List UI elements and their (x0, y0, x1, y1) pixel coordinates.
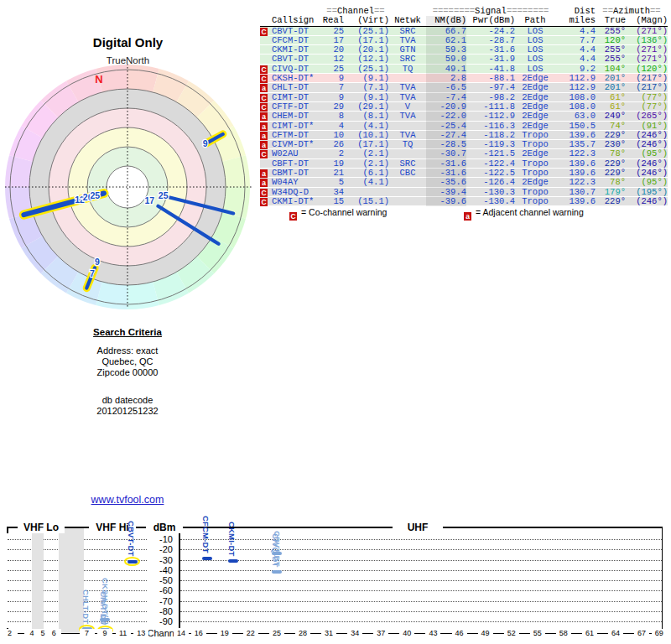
tvfool-report: Digital Only TrueNorth N1220252517997 ==… (0, 0, 671, 644)
channel-tick-label: 52 (504, 629, 519, 637)
spectrum-chart: VHF LoVHF HiUHFdBmChannel-10-20-30-40-50… (0, 0, 671, 644)
gridline (180, 580, 662, 581)
signal-dash (127, 560, 138, 564)
channel-tick-label: 69 (652, 629, 667, 637)
y-tick-label: -10 (148, 534, 173, 544)
gridline (180, 621, 662, 622)
signal-dash (202, 557, 212, 560)
y-tick-label: -50 (148, 575, 173, 585)
gridline (180, 560, 662, 561)
frequency-gap-band (32, 528, 44, 633)
channel-tick-label: 16 (191, 629, 206, 637)
gridline (180, 601, 662, 602)
signal-dash (228, 559, 238, 563)
y-tick-label: -80 (148, 606, 173, 616)
channel-tick-label: 34 (347, 629, 362, 637)
channel-tick-label: 40 (399, 629, 414, 637)
gridline (180, 549, 662, 550)
channel-tick-label: 2 (3, 629, 18, 637)
dbm-axis-label: dBm (146, 522, 183, 533)
channel-tick-label: 11 (116, 629, 131, 637)
channel-tick-label: 22 (243, 629, 258, 637)
channel-tick-label: 67 (634, 629, 649, 637)
channel-tick-label: 55 (530, 629, 545, 637)
y-tick-label: -90 (148, 616, 173, 626)
channel-tick-label: 19 (217, 629, 232, 637)
channel-tick-label: 9 (97, 629, 112, 637)
signal-dash (272, 570, 282, 574)
channel-tick-label: 43 (425, 629, 440, 637)
y-tick-label: -40 (148, 565, 173, 575)
gridline (180, 539, 662, 540)
vhf-lo-title: VHF Lo (18, 522, 65, 533)
uhf-panel-left-border (179, 527, 180, 634)
gridline (180, 590, 662, 591)
station-callsign-label: CKMI-DT (227, 522, 237, 557)
channel-tick-label: 25 (269, 629, 284, 637)
channel-tick-label: 7 (80, 629, 95, 637)
y-tick-label: -70 (148, 596, 173, 606)
channel-tick-label: 61 (582, 629, 597, 637)
y-tick-label: -60 (148, 585, 173, 595)
station-callsign-label: CBVT-DT (127, 521, 136, 557)
station-callsign-label: CIMT-DT (99, 591, 108, 625)
station-callsign-label: CIVQ-DT (271, 533, 280, 567)
channel-tick-label: 37 (373, 629, 388, 637)
y-tick-label: -30 (148, 555, 173, 565)
frequency-gap-band (59, 528, 84, 633)
uhf-title: UHF (393, 522, 443, 533)
channel-tick-label: 14 (174, 629, 189, 637)
channel-tick-label: 49 (478, 629, 493, 637)
gridline (180, 570, 662, 571)
uhf-panel-right-border (662, 527, 663, 634)
channel-tick-label: 6 (46, 629, 61, 637)
y-tick-label: -20 (148, 544, 173, 554)
panel-corner-tick (7, 527, 8, 533)
channel-tick-label: 64 (608, 629, 623, 637)
channel-tick-label: 31 (321, 629, 336, 637)
channel-tick-label: 58 (556, 629, 571, 637)
gridline (180, 611, 662, 612)
channel-tick-label: 46 (452, 629, 467, 637)
station-callsign-label: CHLT-DT (81, 589, 91, 624)
station-callsign-label: CFCM-DT (201, 516, 211, 553)
channel-tick-label: 13 (133, 629, 148, 637)
channel-tick-label: 28 (295, 629, 310, 637)
